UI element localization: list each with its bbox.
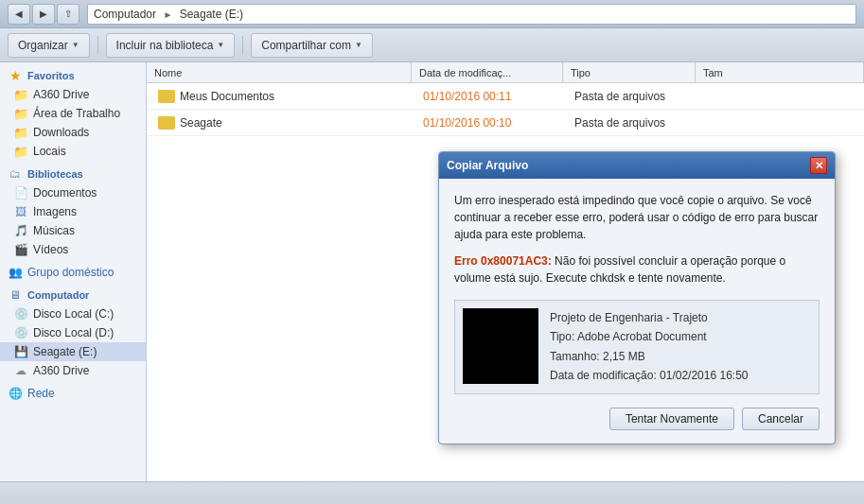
dialog-body: Um erro inesperado está impedindo que vo… xyxy=(439,179,835,443)
file-type-row: Tipo: Adobe Acrobat Document xyxy=(550,327,749,346)
dialog-buttons: Tentar Novamente Cancelar xyxy=(454,408,820,434)
cancel-button[interactable]: Cancelar xyxy=(742,408,820,430)
file-date-row: Data de modificação: 01/02/2016 16:50 xyxy=(550,366,749,385)
file-details: Projeto de Engenharia - Trajeto Tipo: Ad… xyxy=(550,308,749,386)
copy-file-dialog: Copiar Arquivo ✕ Um erro inesperado está… xyxy=(438,151,836,444)
file-thumbnail xyxy=(463,308,538,384)
dialog-titlebar: Copiar Arquivo ✕ xyxy=(439,152,835,179)
file-display-name: Projeto de Engenharia - Trajeto xyxy=(550,311,708,324)
dialog-overlay: Copiar Arquivo ✕ Um erro inesperado está… xyxy=(0,0,864,504)
dialog-file-info: Projeto de Engenharia - Trajeto Tipo: Ad… xyxy=(454,300,820,394)
dialog-message: Um erro inesperado está impedindo que vo… xyxy=(454,192,820,243)
error-code: Erro 0x80071AC3: xyxy=(454,254,552,268)
file-name-row: Projeto de Engenharia - Trajeto xyxy=(550,308,749,327)
file-size-value: 2,15 MB xyxy=(603,350,645,363)
file-type-value: Adobe Acrobat Document xyxy=(577,330,707,343)
file-size-row: Tamanho: 2,15 MB xyxy=(550,347,749,366)
file-type-label: Tipo: xyxy=(550,330,574,343)
retry-button[interactable]: Tentar Novamente xyxy=(609,408,734,430)
file-size-label: Tamanho: xyxy=(550,350,600,363)
file-moddate-label: Data de modificação: xyxy=(550,369,657,382)
dialog-title: Copiar Arquivo xyxy=(447,159,528,172)
dialog-close-button[interactable]: ✕ xyxy=(810,157,827,174)
file-moddate-value: 01/02/2016 16:50 xyxy=(660,369,748,382)
dialog-error: Erro 0x80071AC3: Não foi possível conclu… xyxy=(454,252,820,287)
